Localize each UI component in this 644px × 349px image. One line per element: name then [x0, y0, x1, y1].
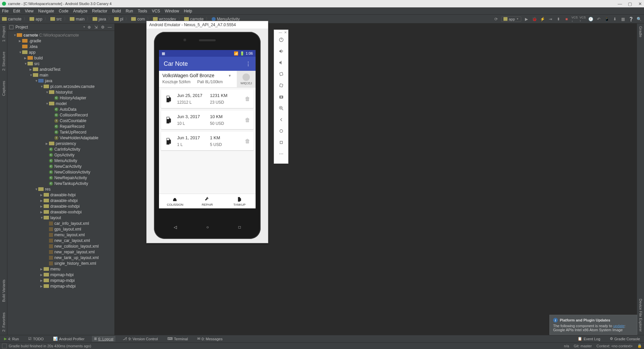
rotate-right-icon[interactable]	[274, 80, 288, 91]
vcs-history-icon[interactable]: 🕘	[588, 16, 594, 22]
crumb-com[interactable]: com	[131, 17, 145, 21]
history-card[interactable]: Jun 3, 201710 L 10 KM50 USD 🗑	[161, 111, 254, 129]
project-tree[interactable]: ▼carnote C:\Workspace\carnote ▶.gradle .…	[7, 31, 114, 335]
home-icon[interactable]	[274, 125, 288, 137]
menu-vcs[interactable]: VCS	[152, 9, 160, 13]
car-dropdown[interactable]: VolksWagen Golf Bronze▼	[162, 73, 233, 78]
status-git[interactable]: Git: master	[574, 344, 592, 348]
run-coverage-icon[interactable]: ⬍	[555, 16, 561, 22]
power-icon[interactable]	[274, 34, 288, 45]
overflow-menu-icon[interactable]: ⋮	[246, 61, 251, 67]
emu-close-icon[interactable]: ✕	[284, 31, 287, 33]
history-list[interactable]: Jun 25, 201712312 L 1231 KM23 USD 🗑 Jun …	[159, 88, 256, 152]
tool-terminal[interactable]: ⌨Terminal	[165, 336, 190, 342]
emu-minimize-icon[interactable]: —	[279, 31, 282, 33]
menu-run[interactable]: Run	[126, 9, 133, 13]
volume-up-icon[interactable]	[274, 45, 288, 57]
tab-structure-vertical[interactable]: 2: Structure	[2, 52, 6, 71]
crumb-root[interactable]: carnote	[2, 17, 21, 21]
autoscroll-icon[interactable]: ⊕	[88, 25, 92, 30]
crumb-app[interactable]: app	[30, 17, 42, 21]
delete-icon[interactable]: 🗑	[245, 138, 250, 144]
history-card[interactable]: Jun 1, 20171 L 1 KM5 USD 🗑	[161, 132, 254, 150]
status-lock-icon[interactable]: 🔒	[637, 344, 642, 348]
avd-manager-icon[interactable]: 📱	[604, 16, 610, 22]
delete-icon[interactable]: 🗑	[245, 117, 250, 123]
maximize-button[interactable]: ▢	[628, 2, 632, 6]
status-panel-icon[interactable]	[2, 344, 7, 348]
update-notification[interactable]: iPlatform and Plugin Updates The followi…	[549, 315, 637, 335]
delete-icon[interactable]: 🗑	[245, 96, 250, 102]
zoom-icon[interactable]	[274, 102, 288, 114]
tab-device-explorer-vertical[interactable]: Device File Explorer	[639, 299, 643, 332]
tab-tankup[interactable]: TANKUP	[223, 194, 256, 208]
tool-messages[interactable]: ✉0: Messages	[195, 336, 224, 342]
tab-repair[interactable]: REPAIR	[191, 194, 223, 208]
crumb-src[interactable]: src	[50, 17, 62, 21]
tool-logcat[interactable]: ≣6: Logcat	[92, 336, 115, 342]
status-context[interactable]: Context: <no context>	[596, 344, 633, 348]
volume-down-icon[interactable]	[274, 57, 288, 68]
vcs-update-icon[interactable]: VCS↓	[572, 16, 578, 22]
sync-gradle-icon[interactable]: ⟳	[493, 16, 499, 22]
menu-tools[interactable]: Tools	[138, 9, 147, 13]
crumb-pl[interactable]: pl	[114, 17, 123, 21]
recents-key[interactable]: □	[238, 225, 241, 230]
menu-navigate[interactable]: Navigate	[38, 9, 54, 13]
tool-run[interactable]: ▶4: Run	[2, 336, 21, 342]
update-link[interactable]: update	[613, 324, 625, 328]
run-button[interactable]: ▶	[523, 16, 529, 22]
stop-button[interactable]: ■	[564, 16, 570, 22]
settings-icon[interactable]: ⚙	[101, 25, 106, 30]
tool-profiler[interactable]: 📊Android Profiler	[51, 336, 87, 342]
back-icon[interactable]	[274, 114, 288, 125]
run-config-dropdown[interactable]: app▼	[501, 16, 521, 22]
emulator-control-panel[interactable]: —✕	[274, 30, 288, 164]
minimize-button[interactable]: —	[618, 2, 622, 6]
tool-gradle-console[interactable]: ⚙Gradle Console	[608, 336, 642, 342]
rotate-left-icon[interactable]	[274, 68, 288, 80]
menu-build[interactable]: Build	[112, 9, 121, 13]
back-key[interactable]: ◁	[174, 225, 177, 230]
attach-debugger-icon[interactable]: ⇥	[547, 16, 553, 22]
overview-icon[interactable]	[274, 137, 288, 148]
history-card[interactable]: Jun 25, 201712312 L 1231 KM23 USD 🗑	[161, 90, 254, 108]
tab-build-variants[interactable]: Build Variants	[2, 280, 6, 302]
more-button[interactable]: WIĘCEJ	[237, 71, 256, 87]
apply-changes-icon[interactable]: ⚡	[539, 16, 545, 22]
emulator-window[interactable]: Android Emulator - Nexus_5_API_24_A7.0:5…	[146, 21, 268, 243]
tool-todo[interactable]: ☑TODO	[26, 336, 46, 342]
collapse-icon[interactable]: ⇲	[94, 25, 99, 30]
crumb-java[interactable]: java	[93, 17, 106, 21]
tool-vcs[interactable]: ⎇9: Version Control	[121, 336, 160, 342]
more-icon[interactable]	[274, 148, 288, 159]
help-icon[interactable]: ❔	[628, 16, 634, 22]
search-icon[interactable]: 🔍	[636, 16, 642, 22]
tab-gradle-vertical[interactable]: Gradle	[639, 26, 643, 37]
tab-project-vertical[interactable]: 1: Project	[2, 26, 6, 42]
screenshot-icon[interactable]	[274, 91, 288, 102]
sdk-manager-icon[interactable]: ⬇	[612, 16, 618, 22]
menu-window[interactable]: Window	[165, 9, 179, 13]
menu-view[interactable]: View	[25, 9, 34, 13]
close-button[interactable]: ✕	[638, 2, 642, 6]
vcs-commit-icon[interactable]: VCS↑	[580, 16, 586, 22]
menu-refactor[interactable]: Refactor	[92, 9, 107, 13]
menu-code[interactable]: Code	[59, 9, 68, 13]
debug-button[interactable]: 🐞	[531, 16, 537, 22]
menu-file[interactable]: File	[2, 9, 8, 13]
menu-analyze[interactable]: Analyze	[73, 9, 88, 13]
tab-collision[interactable]: COLISSION	[159, 194, 191, 208]
menu-help[interactable]: Help	[184, 9, 192, 13]
device-screen[interactable]: ▦ 📶🔋1:06 Car Note ⋮ VolksWagen Golf Bron…	[159, 50, 256, 208]
tool-eventlog[interactable]: 📋Event Log	[576, 336, 602, 342]
crumb-main[interactable]: main	[70, 17, 85, 21]
tab-captures-vertical[interactable]: Captures	[2, 81, 6, 96]
home-key[interactable]: ○	[206, 225, 209, 230]
revert-icon[interactable]: ↶	[596, 16, 602, 22]
hide-panel-icon[interactable]: —	[108, 25, 112, 30]
layout-inspector-icon[interactable]: ▦	[620, 16, 626, 22]
project-panel-label[interactable]: Project	[15, 25, 81, 30]
menu-edit[interactable]: Edit	[13, 9, 20, 13]
tab-favorites[interactable]: 2: Favorites	[2, 312, 6, 332]
